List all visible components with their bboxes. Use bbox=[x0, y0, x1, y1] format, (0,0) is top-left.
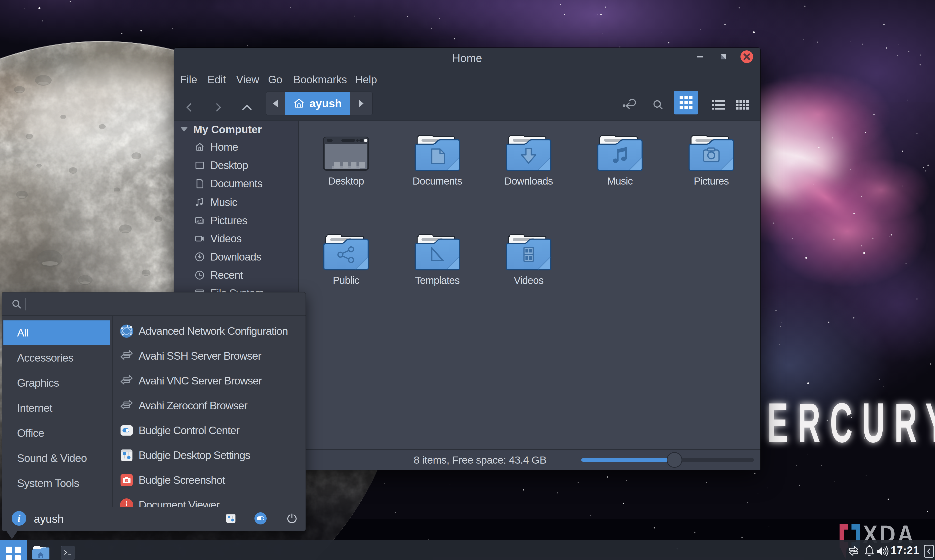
svg-text:MERCURY: MERCURY bbox=[732, 391, 935, 454]
svg-text:i: i bbox=[17, 513, 20, 524]
